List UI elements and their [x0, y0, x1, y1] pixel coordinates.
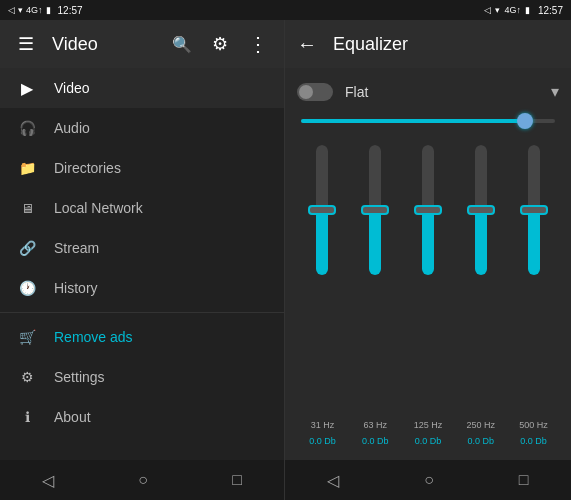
- status-bar-left: ◁ ▾ 4G↑ ▮ 12:57: [0, 0, 286, 20]
- recent-icon-right: □: [519, 471, 529, 488]
- eq-val-250hz: 0.0 Db: [468, 436, 495, 446]
- wifi-icon: ▾: [18, 5, 23, 15]
- sliders-icon: ⚙: [212, 33, 228, 55]
- eq-track-31hz: [316, 145, 328, 275]
- eq-band-500hz: 500 Hz 0.0 Db: [508, 145, 559, 446]
- eq-fill-top-125hz: [422, 145, 434, 210]
- folder-icon: 📁: [16, 157, 38, 179]
- nav-item-about[interactable]: ℹ About: [0, 397, 284, 437]
- eq-val-63hz: 0.0 Db: [362, 436, 389, 446]
- eq-freq-63hz: 63 Hz: [363, 420, 387, 430]
- nav-item-directories[interactable]: 📁 Directories: [0, 148, 284, 188]
- eq-slider-500hz[interactable]: [518, 145, 550, 414]
- eq-freq-31hz: 31 Hz: [311, 420, 335, 430]
- master-slider-fill: [301, 119, 525, 123]
- left-status-icons: ◁ ▾ 4G↑ ▮ 12:57: [8, 5, 83, 16]
- eq-thumb-250hz[interactable]: [467, 205, 495, 215]
- left-panel: ☰ Video 🔍 ⚙ ⋮ ▶ Video 🎧: [0, 20, 285, 500]
- eq-toolbar: ← Equalizer: [285, 20, 571, 68]
- nav-item-history[interactable]: 🕐 History: [0, 268, 284, 308]
- left-bottom-nav: ◁ ○ □: [0, 460, 284, 500]
- eq-slider-31hz[interactable]: [306, 145, 338, 414]
- eq-fill-top-250hz: [475, 145, 487, 210]
- eq-freq-500hz: 500 Hz: [519, 420, 548, 430]
- nav-label-directories: Directories: [54, 160, 121, 176]
- video-icon: ▶: [16, 77, 38, 99]
- eq-slider-63hz[interactable]: [359, 145, 391, 414]
- eq-toggle[interactable]: [297, 83, 333, 101]
- home-icon-left: ○: [138, 471, 148, 488]
- search-icon: 🔍: [172, 35, 192, 54]
- right-signal-icon: ◁: [484, 5, 491, 15]
- preset-label: Flat: [345, 84, 539, 100]
- history-icon: 🕐: [16, 277, 38, 299]
- data-4g-icon: 4G↑: [26, 5, 43, 15]
- nav-label-video: Video: [54, 80, 90, 96]
- home-button-left[interactable]: ○: [122, 463, 164, 497]
- sim-signal-icon: ◁: [8, 5, 15, 15]
- preset-row: Flat ▾: [297, 78, 559, 105]
- eq-freq-125hz: 125 Hz: [414, 420, 443, 430]
- eq-track-63hz: [369, 145, 381, 275]
- master-slider-track[interactable]: [301, 119, 555, 123]
- eq-slider-125hz[interactable]: [412, 145, 444, 414]
- left-toolbar: ☰ Video 🔍 ⚙ ⋮: [0, 20, 284, 68]
- right-battery-icon: ▮: [525, 5, 530, 15]
- eq-fill-top-63hz: [369, 145, 381, 210]
- main-content: ☰ Video 🔍 ⚙ ⋮ ▶ Video 🎧: [0, 20, 571, 500]
- eq-title: Equalizer: [333, 34, 408, 55]
- home-button-right[interactable]: ○: [408, 463, 450, 497]
- info-icon: ℹ: [16, 406, 38, 428]
- back-arrow-icon: ←: [297, 33, 317, 55]
- right-bottom-nav: ◁ ○ □: [285, 460, 571, 500]
- nav-list: ▶ Video 🎧 Audio 📁 Directories 🖥 Local Ne…: [0, 68, 284, 460]
- eq-content: Flat ▾: [285, 68, 571, 460]
- nav-item-stream[interactable]: 🔗 Stream: [0, 228, 284, 268]
- nav-label-audio: Audio: [54, 120, 90, 136]
- left-time: 12:57: [58, 5, 83, 16]
- eq-val-500hz: 0.0 Db: [520, 436, 547, 446]
- eq-slider-250hz[interactable]: [465, 145, 497, 414]
- eq-band-63hz: 63 Hz 0.0 Db: [350, 145, 401, 446]
- eq-thumb-31hz[interactable]: [308, 205, 336, 215]
- recent-button-right[interactable]: □: [503, 463, 545, 497]
- eq-band-31hz: 31 Hz 0.0 Db: [297, 145, 348, 446]
- nav-label-local-network: Local Network: [54, 200, 143, 216]
- toggle-knob: [299, 85, 313, 99]
- stream-icon: 🔗: [16, 237, 38, 259]
- recent-button-left[interactable]: □: [216, 463, 258, 497]
- nav-item-settings[interactable]: ⚙ Settings: [0, 357, 284, 397]
- nav-item-local-network[interactable]: 🖥 Local Network: [0, 188, 284, 228]
- back-button-left[interactable]: ◁: [26, 463, 70, 498]
- right-time: 12:57: [538, 5, 563, 16]
- nav-item-audio[interactable]: 🎧 Audio: [0, 108, 284, 148]
- right-4g-icon: 4G↑: [504, 5, 521, 15]
- eq-fill-bottom-125hz: [422, 210, 434, 275]
- eq-thumb-125hz[interactable]: [414, 205, 442, 215]
- nav-item-remove-ads[interactable]: 🛒 Remove ads: [0, 317, 284, 357]
- eq-val-31hz: 0.0 Db: [309, 436, 336, 446]
- eq-thumb-500hz[interactable]: [520, 205, 548, 215]
- eq-back-button[interactable]: ←: [297, 33, 317, 56]
- eq-fill-top-500hz: [528, 145, 540, 210]
- settings-icon: ⚙: [16, 366, 38, 388]
- eq-button[interactable]: ⚙: [202, 26, 238, 62]
- menu-button[interactable]: ☰: [8, 26, 44, 62]
- search-button[interactable]: 🔍: [164, 26, 200, 62]
- right-panel: ← Equalizer Flat ▾: [285, 20, 571, 500]
- nav-divider: [0, 312, 284, 313]
- eq-fill-top-31hz: [316, 145, 328, 210]
- battery-icon: ▮: [46, 5, 51, 15]
- nav-item-video[interactable]: ▶ Video: [0, 68, 284, 108]
- eq-thumb-63hz[interactable]: [361, 205, 389, 215]
- nav-label-about: About: [54, 409, 91, 425]
- master-slider-thumb[interactable]: [517, 113, 533, 129]
- nav-label-settings: Settings: [54, 369, 105, 385]
- eq-band-125hz: 125 Hz 0.0 Db: [403, 145, 454, 446]
- eq-fill-bottom-250hz: [475, 210, 487, 275]
- preset-dropdown-button[interactable]: ▾: [551, 82, 559, 101]
- back-button-right[interactable]: ◁: [311, 463, 355, 498]
- eq-fill-bottom-500hz: [528, 210, 540, 275]
- status-bar: ◁ ▾ 4G↑ ▮ 12:57 ◁ ▾ 4G↑ ▮ 12:57: [0, 0, 571, 20]
- more-button[interactable]: ⋮: [240, 26, 276, 62]
